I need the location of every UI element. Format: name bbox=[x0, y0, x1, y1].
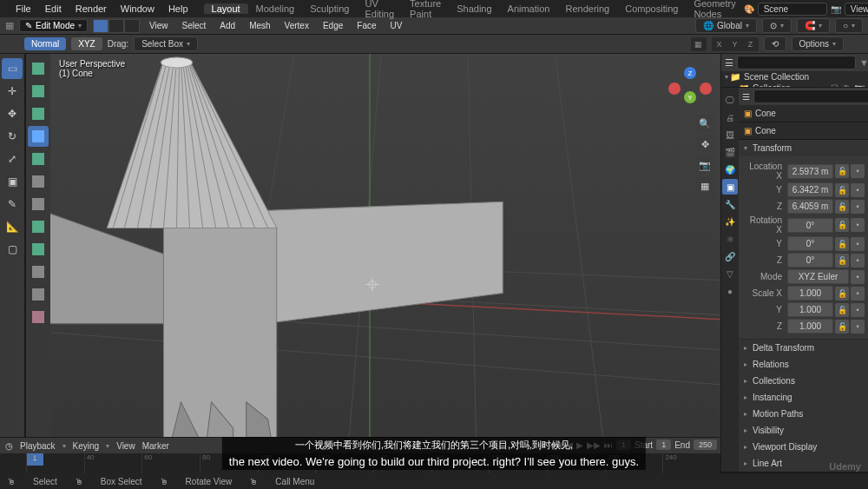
prop-search[interactable] bbox=[753, 89, 868, 103]
viewport[interactable]: User Perspective (1) Cone Z Y 🔍 ✥ 📷 ▦ bbox=[50, 54, 720, 472]
select-box-dropdown[interactable]: Select Box▾ bbox=[134, 36, 198, 51]
transform-header[interactable]: ▾Transform bbox=[739, 140, 868, 156]
spin-icon[interactable] bbox=[28, 194, 49, 215]
proportional-select[interactable]: ○▾ bbox=[835, 18, 863, 33]
annotate-tool-icon[interactable]: ✎ bbox=[2, 194, 23, 215]
xyz-button[interactable]: XYZ bbox=[71, 37, 102, 50]
lock-icon[interactable]: 🔓 bbox=[835, 200, 849, 214]
tab-layout[interactable]: Layout bbox=[204, 3, 248, 14]
timeline-type-icon[interactable]: ◷ bbox=[5, 441, 13, 451]
orientation-select[interactable]: 🌐 Global ▾ bbox=[695, 18, 757, 33]
render-tab-icon[interactable]: 🖵 bbox=[722, 92, 738, 108]
polybuild-icon[interactable] bbox=[28, 171, 49, 192]
constraint-tab-icon[interactable]: 🔗 bbox=[722, 248, 738, 264]
tab-shading[interactable]: Shading bbox=[449, 3, 499, 14]
section-relations[interactable]: ▸Relations bbox=[739, 356, 868, 373]
view-tab-icon[interactable]: 🖼 bbox=[722, 127, 738, 142]
gizmo-z-icon[interactable]: Z bbox=[684, 67, 696, 79]
menu-mesh[interactable]: Mesh bbox=[245, 21, 274, 30]
scale-tool-icon[interactable]: ⤢ bbox=[2, 149, 23, 169]
scale-z-input[interactable]: 1.000 bbox=[787, 319, 833, 334]
world-tab-icon[interactable]: 🌍 bbox=[722, 162, 738, 177]
measure-tool-icon[interactable]: 📐 bbox=[2, 216, 23, 237]
playback-menu[interactable]: Playback bbox=[20, 441, 56, 451]
normal-button[interactable]: Normal bbox=[24, 37, 66, 50]
navigation-gizmo[interactable]: Z Y bbox=[668, 67, 712, 110]
scale-y-input[interactable]: 1.000 bbox=[787, 302, 833, 317]
lock-icon[interactable]: 🔓 bbox=[835, 254, 849, 268]
menu-add[interactable]: Add bbox=[215, 21, 240, 30]
marker-menu[interactable]: Marker bbox=[142, 441, 169, 451]
rip-icon[interactable] bbox=[28, 307, 49, 327]
menu-file[interactable]: File bbox=[9, 3, 38, 14]
section-visibility[interactable]: ▸Visibility bbox=[739, 422, 868, 439]
gizmo-neg-x-icon[interactable] bbox=[700, 83, 712, 95]
pivot-select[interactable]: ⊙▾ bbox=[762, 18, 792, 33]
section-motion[interactable]: ▸Motion Paths bbox=[739, 406, 868, 422]
mesh-tab-icon[interactable]: ▽ bbox=[722, 266, 738, 281]
menu-select[interactable]: Select bbox=[178, 21, 211, 30]
transform-tool-icon[interactable]: ▣ bbox=[2, 171, 23, 192]
cursor-tool-icon[interactable]: ✛ bbox=[2, 81, 23, 102]
zoom-icon[interactable]: 🔍 bbox=[696, 115, 713, 132]
scene-tab-icon[interactable]: 🎬 bbox=[722, 144, 738, 160]
datablock-name[interactable]: ▣ Cone bbox=[739, 122, 868, 140]
section-collections[interactable]: ▸Collections bbox=[739, 373, 868, 389]
smooth-icon[interactable] bbox=[28, 216, 49, 237]
camera-view-icon[interactable]: 📷 bbox=[696, 156, 713, 174]
tab-uv[interactable]: UV Editing bbox=[357, 0, 402, 19]
add-cube-icon[interactable]: ▢ bbox=[2, 239, 23, 260]
modifier-tab-icon[interactable]: 🔧 bbox=[722, 196, 738, 212]
dot-icon[interactable]: • bbox=[851, 218, 865, 232]
lock-icon[interactable]: 🔓 bbox=[835, 183, 849, 197]
rot-mode-select[interactable]: XYZ Euler bbox=[787, 269, 849, 284]
lock-icon[interactable]: 🔓 bbox=[835, 164, 849, 178]
dot-icon[interactable]: • bbox=[851, 183, 865, 197]
menu-render[interactable]: Render bbox=[69, 3, 114, 14]
mode-selector[interactable]: ✎ Edit Mode ▾ bbox=[19, 19, 88, 32]
options-dropdown[interactable]: Options▾ bbox=[792, 36, 844, 51]
dot-icon[interactable]: • bbox=[851, 270, 865, 284]
vertex-select-icon[interactable] bbox=[93, 19, 108, 33]
start-frame[interactable]: 1 bbox=[656, 439, 671, 450]
tab-sculpting[interactable]: Sculpting bbox=[302, 3, 357, 14]
outliner-search[interactable] bbox=[737, 56, 856, 69]
object-tab-icon[interactable]: ▣ bbox=[722, 179, 738, 195]
material-tab-icon[interactable]: ● bbox=[722, 283, 738, 299]
lock-icon[interactable]: 🔓 bbox=[835, 320, 849, 334]
section-delta[interactable]: ▸Delta Transform bbox=[739, 340, 868, 356]
lock-icon[interactable]: 🔓 bbox=[835, 287, 849, 301]
loc-z-input[interactable]: 6.4059 m bbox=[787, 199, 833, 214]
menu-uv[interactable]: UV bbox=[386, 21, 407, 30]
output-tab-icon[interactable]: 🖨 bbox=[722, 109, 738, 125]
tab-texpaint[interactable]: Texture Paint bbox=[402, 0, 449, 19]
particle-tab-icon[interactable]: ✨ bbox=[722, 214, 738, 229]
extrude-icon[interactable] bbox=[28, 58, 49, 79]
menu-help[interactable]: Help bbox=[161, 3, 195, 14]
loc-y-input[interactable]: 6.3422 m bbox=[787, 182, 833, 197]
dot-icon[interactable]: • bbox=[851, 303, 865, 317]
automerge-icon[interactable]: ⟲ bbox=[764, 36, 786, 51]
dot-icon[interactable]: • bbox=[851, 200, 865, 214]
knife-icon[interactable] bbox=[28, 149, 49, 169]
pan-icon[interactable]: ✥ bbox=[696, 135, 713, 153]
loopcut-icon[interactable] bbox=[28, 126, 49, 147]
gizmo-y-icon[interactable]: Y bbox=[684, 91, 696, 103]
rot-x-input[interactable]: 0° bbox=[787, 218, 833, 233]
editor-type-icon[interactable]: ▦ bbox=[5, 20, 14, 31]
tab-animation[interactable]: Animation bbox=[500, 3, 558, 14]
props-type-icon[interactable]: ☰ bbox=[742, 92, 750, 102]
face-select-icon[interactable] bbox=[124, 19, 140, 33]
axis-y[interactable]: Y bbox=[727, 37, 743, 51]
edge-select-icon[interactable] bbox=[108, 19, 124, 33]
axis-z[interactable]: Z bbox=[743, 37, 759, 51]
dot-icon[interactable]: • bbox=[851, 237, 865, 251]
tab-geonodes[interactable]: Geometry Nodes bbox=[686, 0, 743, 19]
tree-scene-collection[interactable]: ▾📁 Scene Collection bbox=[721, 71, 868, 83]
menu-edit[interactable]: Edit bbox=[38, 3, 69, 14]
tab-rendering[interactable]: Rendering bbox=[557, 3, 617, 14]
end-frame[interactable]: 250 bbox=[694, 439, 717, 450]
outliner-type-icon[interactable]: ☰ bbox=[725, 57, 733, 69]
slide-icon[interactable] bbox=[28, 239, 49, 260]
mesh-vis-icon[interactable]: ▦ bbox=[691, 37, 707, 51]
